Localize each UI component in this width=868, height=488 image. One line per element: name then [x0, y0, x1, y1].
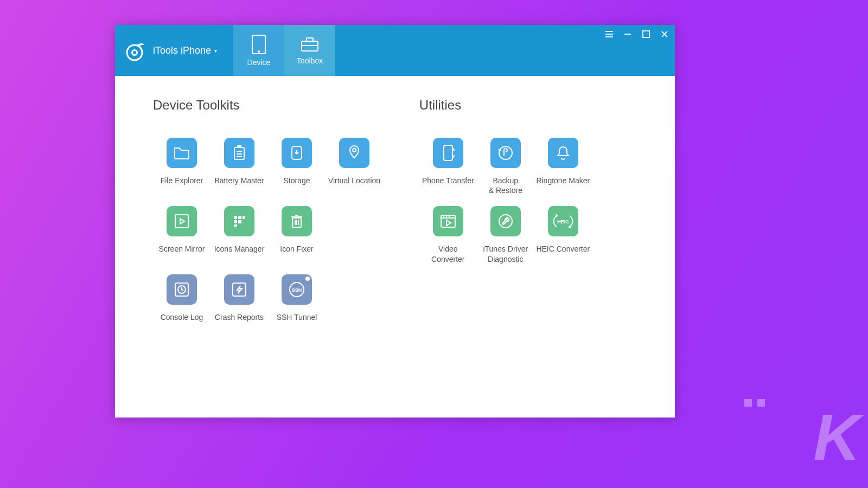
ssh-icon: SSH [282, 274, 312, 305]
chevron-down-icon: ▾ [214, 48, 217, 54]
tile-video-converter[interactable]: Video Converter [419, 206, 477, 264]
brand[interactable]: iTools iPhone ▾ [115, 25, 233, 76]
bolt-icon [224, 274, 254, 305]
tile-label: Icon Fixer [280, 244, 313, 264]
trash-icon [282, 206, 312, 236]
svg-rect-16 [237, 145, 241, 147]
svg-rect-23 [234, 216, 237, 219]
tile-label: SSH Tunnel [277, 312, 317, 332]
watermark-dots [744, 399, 765, 407]
tile-battery-master[interactable]: Battery Master [210, 138, 268, 195]
brand-logo-icon [122, 37, 148, 63]
svg-rect-40 [444, 145, 452, 160]
svg-point-4 [258, 50, 260, 53]
location-icon [339, 138, 369, 168]
close-icon[interactable] [660, 29, 669, 39]
tile-label: Ringtone Maker [536, 176, 590, 195]
tile-label: Battery Master [214, 176, 264, 195]
tile-itunes-diagnostic[interactable]: iTunes Driver Diagnostic [477, 206, 534, 264]
titlebar: iTools iPhone ▾ Device Toolbox [115, 25, 675, 76]
svg-rect-26 [234, 220, 237, 223]
tile-icons-manager[interactable]: Icons Manager [210, 206, 268, 264]
tile-backup-restore[interactable]: Backup & Restore [477, 138, 534, 195]
tile-label: Backup & Restore [489, 176, 522, 195]
tab-label: Toolbox [297, 56, 323, 65]
watermark-icon: K [813, 400, 857, 474]
svg-rect-24 [238, 216, 241, 219]
menu-icon[interactable] [604, 29, 614, 39]
tile-label: Video Converter [431, 244, 464, 264]
tile-console-log[interactable]: Console Log [153, 274, 210, 332]
tile-icon-fixer[interactable]: Icon Fixer [268, 206, 326, 264]
svg-rect-25 [242, 216, 245, 219]
tile-label: Screen Mirror [159, 244, 205, 264]
clock-icon [167, 274, 197, 305]
minimize-icon[interactable] [623, 29, 633, 39]
svg-point-2 [133, 51, 136, 54]
app-window: iTools iPhone ▾ Device Toolbox [115, 25, 675, 418]
svg-point-44 [443, 216, 444, 217]
tile-label: Storage [283, 176, 310, 195]
section-utilities: Utilities Phone Transfer Backup & Restor… [419, 98, 642, 332]
section-title: Device Toolkits [153, 98, 387, 113]
section-device-toolkits: Device Toolkits File Explorer Battery Ma… [153, 98, 387, 332]
tile-label: Crash Reports [215, 312, 264, 332]
tab-label: Device [247, 58, 271, 67]
svg-point-45 [446, 216, 447, 217]
phone-transfer-icon [433, 138, 463, 168]
storage-icon [282, 138, 312, 168]
backup-icon [490, 138, 521, 168]
svg-point-21 [353, 149, 356, 152]
folder-icon [167, 138, 197, 168]
tab-toolbox[interactable]: Toolbox [284, 25, 335, 76]
tile-label: Console Log [161, 312, 203, 332]
tile-label: Virtual Location [328, 176, 380, 195]
wrench-icon [490, 206, 521, 236]
window-controls [604, 29, 669, 39]
tile-storage[interactable]: Storage [268, 138, 326, 195]
tile-phone-transfer[interactable]: Phone Transfer [419, 138, 477, 195]
svg-rect-27 [238, 220, 241, 223]
tile-label: File Explorer [161, 176, 203, 195]
svg-rect-12 [643, 31, 649, 37]
video-icon [433, 206, 463, 236]
tile-screen-mirror[interactable]: Screen Mirror [153, 206, 210, 264]
svg-point-46 [449, 216, 450, 217]
battery-icon [224, 138, 254, 168]
brand-title: iTools iPhone [153, 45, 211, 56]
tile-virtual-location[interactable]: Virtual Location [326, 138, 383, 195]
tile-label: Phone Transfer [422, 176, 474, 195]
tile-file-explorer[interactable]: File Explorer [153, 138, 210, 195]
tab-device[interactable]: Device [233, 25, 284, 76]
tile-ringtone-maker[interactable]: Ringtone Maker [534, 138, 592, 195]
tile-ssh-tunnel[interactable]: SSH SSH Tunnel [268, 274, 326, 332]
tablet-icon [250, 34, 267, 55]
svg-rect-6 [307, 38, 313, 41]
tile-label: iTunes Driver Diagnostic [483, 244, 528, 264]
svg-point-47 [499, 215, 512, 228]
tile-heic-converter[interactable]: HEIC HEIC Converter [534, 206, 592, 264]
section-title: Utilities [419, 98, 642, 113]
play-icon [167, 206, 197, 236]
heic-icon: HEIC [548, 206, 578, 236]
tile-label: HEIC Converter [536, 244, 590, 264]
svg-rect-28 [234, 224, 237, 227]
svg-text:SSH: SSH [292, 287, 302, 293]
bell-icon [548, 138, 578, 168]
main-content: Device Toolkits File Explorer Battery Ma… [115, 76, 675, 332]
tile-label: Icons Manager [214, 244, 265, 264]
svg-text:HEIC: HEIC [557, 219, 569, 224]
toolbox-icon [300, 36, 320, 53]
maximize-icon[interactable] [641, 29, 651, 39]
tile-crash-reports[interactable]: Crash Reports [210, 274, 268, 332]
svg-rect-22 [175, 215, 188, 228]
grid-icon [224, 206, 254, 236]
